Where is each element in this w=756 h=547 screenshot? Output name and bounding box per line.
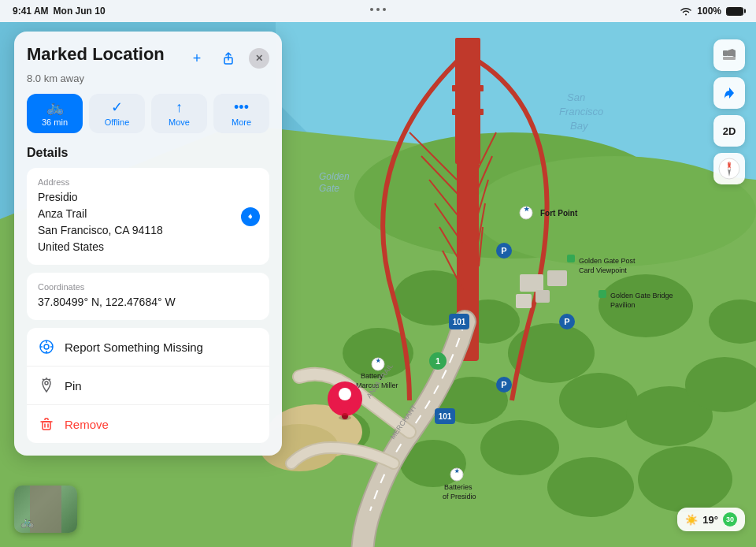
report-missing-label: Report Something Missing <box>65 340 203 354</box>
details-heading: Details <box>27 146 269 160</box>
status-date: Mon Jun 10 <box>54 6 106 17</box>
coordinates-value: 37.80499° N, 122.47684° W <box>38 294 258 311</box>
address-line1: Presidio <box>38 191 78 203</box>
svg-marker-101 <box>728 49 732 56</box>
more-icon: ••• <box>234 100 249 114</box>
address-line4: United States <box>38 240 104 253</box>
panel-header-icons: + ✕ <box>186 47 269 69</box>
svg-marker-102 <box>732 49 736 58</box>
svg-line-95 <box>49 379 50 380</box>
share-button[interactable] <box>217 47 239 69</box>
svg-text:Golden Gate Post: Golden Gate Post <box>579 257 636 265</box>
svg-text:101: 101 <box>453 318 466 326</box>
address-value: Presidio Anza Trail San Francisco, CA 94… <box>38 189 258 255</box>
svg-text:★: ★ <box>454 468 460 474</box>
svg-rect-39 <box>516 294 532 308</box>
panel-subtitle: 8.0 km away <box>27 73 269 84</box>
move-button[interactable]: ↑ Move <box>151 94 207 133</box>
svg-text:1: 1 <box>435 356 440 366</box>
aqi-badge: 30 <box>723 512 737 527</box>
svg-point-13 <box>480 420 559 475</box>
cycling-directions-button[interactable]: 🚲 36 min <box>27 94 83 133</box>
svg-text:★: ★ <box>376 358 381 363</box>
remove-item[interactable]: Remove <box>27 405 269 443</box>
svg-rect-34 <box>455 38 480 164</box>
close-button[interactable]: ✕ <box>249 48 269 69</box>
svg-text:★: ★ <box>524 206 530 213</box>
svg-point-85 <box>249 215 252 218</box>
coordinates-card: Coordinates 37.80499° N, 122.47684° W <box>27 273 269 320</box>
pin-label: Pin <box>65 379 82 393</box>
address-line3: San Francisco, CA 94118 <box>38 224 163 236</box>
view-2d-button[interactable]: 2D <box>713 115 745 147</box>
address-line2: Anza Trail <box>38 207 87 220</box>
weather-badge: ☀️ 19° 30 <box>677 508 745 531</box>
report-icon <box>38 338 55 355</box>
offline-icon: ✓ <box>111 100 123 114</box>
svg-rect-36 <box>452 109 484 115</box>
svg-text:101: 101 <box>439 412 452 421</box>
panel-header: Marked Location + ✕ <box>27 44 269 69</box>
svg-point-15 <box>547 457 634 517</box>
svg-text:San: San <box>567 91 585 103</box>
remove-label: Remove <box>65 418 109 431</box>
svg-point-92 <box>45 381 48 385</box>
action-buttons: 🚲 36 min ✓ Offline ↑ Move ••• More <box>27 94 269 133</box>
cycling-time: 36 min <box>42 117 68 127</box>
svg-rect-100 <box>723 50 728 56</box>
offline-label: Offline <box>105 117 130 127</box>
status-right: 100% <box>680 6 743 17</box>
svg-text:Card Viewpoint: Card Viewpoint <box>579 266 627 274</box>
svg-text:Batteries: Batteries <box>444 483 472 491</box>
svg-text:P: P <box>564 317 569 326</box>
svg-text:N: N <box>728 162 731 166</box>
battery-percent: 100% <box>697 6 721 17</box>
photo-thumbnail[interactable]: 🚲 <box>14 486 77 533</box>
svg-text:Francisco: Francisco <box>559 106 603 117</box>
svg-point-87 <box>44 344 49 349</box>
offline-button[interactable]: ✓ Offline <box>89 94 145 133</box>
svg-rect-35 <box>452 85 484 91</box>
directions-button[interactable] <box>713 77 745 109</box>
status-dots-indicator <box>370 8 386 11</box>
more-button[interactable]: ••• More <box>213 94 269 133</box>
compass-button[interactable]: N <box>713 153 745 184</box>
coordinates-label: Coordinates <box>38 282 258 292</box>
svg-point-82 <box>339 415 351 420</box>
status-left: 9:41 AM Mon Jun 10 <box>13 6 106 17</box>
pin-item[interactable]: Pin <box>27 367 269 405</box>
location-panel: Marked Location + ✕ 8.0 km away 🚲 36 min… <box>14 32 282 456</box>
svg-rect-96 <box>43 422 50 430</box>
wifi-icon <box>680 6 692 16</box>
svg-text:Pavilion: Pavilion <box>610 301 636 309</box>
svg-rect-37 <box>520 274 543 292</box>
svg-rect-40 <box>536 290 550 303</box>
pin-icon <box>38 377 55 394</box>
panel-title: Marked Location <box>27 44 165 65</box>
weather-temp: 19° <box>702 514 718 526</box>
map-type-button[interactable] <box>713 39 745 71</box>
svg-text:Gate: Gate <box>319 183 339 194</box>
svg-rect-59 <box>598 290 606 298</box>
address-label: Address <box>38 177 258 187</box>
aqi-value: 30 <box>726 515 734 523</box>
cycling-icon: 🚲 <box>46 100 64 114</box>
svg-text:P: P <box>501 246 506 255</box>
battery-icon <box>726 7 743 16</box>
svg-point-10 <box>559 373 638 428</box>
thumb-bike-icon: 🚲 <box>20 515 34 528</box>
address-nav-icon[interactable] <box>241 207 260 226</box>
map-controls: 2D N <box>713 39 745 184</box>
remove-icon <box>38 415 55 433</box>
panel-title-area: Marked Location <box>27 44 165 65</box>
svg-rect-56 <box>567 255 575 262</box>
add-button[interactable]: + <box>186 47 208 69</box>
svg-text:Golden: Golden <box>319 171 350 182</box>
weather-icon: ☀️ <box>685 514 698 526</box>
status-time: 9:41 AM <box>13 6 49 17</box>
svg-text:Golden Gate Bridge: Golden Gate Bridge <box>610 292 673 300</box>
move-icon: ↑ <box>176 100 183 114</box>
svg-text:of Presidio: of Presidio <box>443 493 476 500</box>
report-missing-item[interactable]: Report Something Missing <box>27 328 269 367</box>
svg-line-94 <box>43 379 44 380</box>
